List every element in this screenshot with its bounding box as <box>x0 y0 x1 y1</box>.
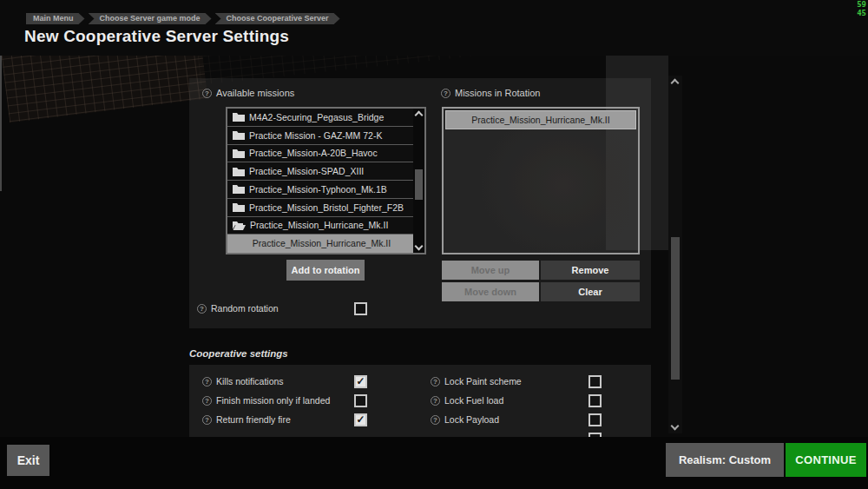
background-edge-highlight <box>0 48 2 191</box>
kills-notifications-checkbox[interactable] <box>354 375 367 388</box>
help-icon[interactable] <box>431 377 440 387</box>
continue-button[interactable]: CONTINUE <box>786 443 866 477</box>
folder-icon <box>233 130 245 140</box>
list-item-label: Practice_Mission-A-20B_Havoc <box>249 148 378 158</box>
list-item[interactable]: Practice_Mission-Typhoon_Mk.1B <box>227 181 424 199</box>
list-item[interactable]: Practice_Mission-SPAD_XIII <box>227 162 424 181</box>
help-icon[interactable] <box>202 396 212 406</box>
breadcrumb-choose-server-game-mode[interactable]: Choose Server game mode <box>89 13 212 24</box>
lock-payload-label: Lock Payload <box>444 414 499 425</box>
breadcrumb-choose-cooperative-server[interactable]: Choose Cooperative Server <box>215 13 340 24</box>
breadcrumb-main-menu[interactable]: Main Menu <box>26 13 85 24</box>
scroll-up-icon[interactable] <box>415 111 424 120</box>
add-to-rotation-button[interactable]: Add to rotation <box>286 260 365 281</box>
random-rotation-checkbox[interactable] <box>354 302 367 315</box>
lock-payload-row: Lock Payload <box>431 414 499 425</box>
list-item-label: M4A2-Securing_Pegasus_Bridge <box>249 112 384 122</box>
available-missions-label-text: Available missions <box>216 88 294 98</box>
performance-counter-line2: 45 <box>857 10 866 18</box>
help-icon[interactable] <box>202 89 212 98</box>
random-rotation-row: Random rotation <box>197 303 279 314</box>
missions-in-rotation-label: Missions in Rotation <box>441 88 540 98</box>
finish-mission-checkbox[interactable] <box>354 394 367 407</box>
list-item[interactable]: Practice_Mission-A-20B_Havoc <box>227 145 424 163</box>
missions-in-rotation-list: Practice_Mission_Hurricane_Mk.II <box>442 107 640 254</box>
finish-mission-row: Finish mission only if landed <box>202 395 330 406</box>
list-item[interactable]: Practice Mission - GAZ-MM 72-K <box>227 127 424 145</box>
lock-paint-scheme-row: Lock Paint scheme <box>431 376 522 387</box>
list-item-label: Practice Mission - GAZ-MM 72-K <box>249 130 382 141</box>
list-item-label: Practice_Mission-SPAD_XIII <box>249 166 364 176</box>
help-icon[interactable] <box>431 415 440 425</box>
list-item-label: Practice_Mission_Bristol_Fighter_F2B <box>249 202 404 213</box>
list-item-label: Practice_Mission-Typhoon_Mk.1B <box>249 184 387 195</box>
list-scrollbar-thumb[interactable] <box>415 169 423 200</box>
list-item-selected[interactable]: Practice_Mission_Hurricane_Mk.II <box>227 235 424 253</box>
breadcrumb: Main Menu Choose Server game mode Choose… <box>26 13 340 24</box>
scroll-down-icon[interactable] <box>415 242 424 251</box>
lock-payload-checkbox[interactable] <box>589 413 602 426</box>
folder-icon <box>233 167 245 176</box>
list-item-label: Practice_Mission_Hurricane_Mk.II <box>250 220 388 230</box>
finish-mission-label: Finish mission only if landed <box>216 395 330 406</box>
return-friendly-fire-label: Return friendly fire <box>216 414 291 425</box>
remove-button[interactable]: Remove <box>541 261 640 280</box>
random-rotation-label: Random rotation <box>211 303 279 314</box>
lock-fuel-load-label: Lock Fuel load <box>444 395 503 406</box>
page-title: New Cooperative Server Settings <box>24 27 289 46</box>
help-icon[interactable] <box>197 304 207 314</box>
lock-fuel-load-checkbox[interactable] <box>589 394 602 407</box>
folder-icon <box>233 184 245 194</box>
return-friendly-fire-row: Return friendly fire <box>202 414 291 425</box>
cooperative-settings-panel: Kills notifications Finish mission only … <box>189 365 651 437</box>
help-icon[interactable] <box>202 415 212 425</box>
folder-icon <box>233 112 245 122</box>
page-scrollbar[interactable] <box>668 76 682 433</box>
move-down-button[interactable]: Move down <box>442 282 539 301</box>
cooperative-settings-heading: Cooperative settings <box>189 348 288 359</box>
lock-paint-scheme-label: Lock Paint scheme <box>444 376 522 387</box>
kills-notifications-row: Kills notifications <box>202 376 284 387</box>
help-icon[interactable] <box>441 89 450 98</box>
kills-notifications-label: Kills notifications <box>216 376 284 387</box>
folder-icon <box>233 202 245 212</box>
exit-button[interactable]: Exit <box>7 445 49 476</box>
scroll-down-icon[interactable] <box>671 422 680 431</box>
performance-counter: 59 45 <box>857 1 866 17</box>
realism-custom-button[interactable]: Realism: Custom <box>666 443 784 477</box>
list-item[interactable]: Practice_Mission_Hurricane_Mk.II <box>227 217 424 235</box>
lock-paint-scheme-checkbox[interactable] <box>589 375 602 388</box>
page-scrollbar-thumb[interactable] <box>671 237 680 380</box>
open-folder-icon <box>233 221 246 230</box>
list-scrollbar[interactable] <box>413 109 424 253</box>
list-item[interactable]: Practice_Mission_Bristol_Fighter_F2B <box>227 199 424 217</box>
scroll-up-icon[interactable] <box>671 79 680 88</box>
available-missions-list: M4A2-Securing_Pegasus_Bridge Practice Mi… <box>226 107 426 254</box>
list-item-label: Practice_Mission_Hurricane_Mk.II <box>253 238 391 248</box>
missions-in-rotation-label-text: Missions in Rotation <box>455 88 540 98</box>
lock-fuel-load-row: Lock Fuel load <box>431 395 503 406</box>
available-missions-label: Available missions <box>202 88 294 98</box>
rotation-item-selected[interactable]: Practice_Mission_Hurricane_Mk.II <box>445 110 636 129</box>
return-friendly-fire-checkbox[interactable] <box>354 413 367 426</box>
move-up-button[interactable]: Move up <box>442 261 539 280</box>
help-icon[interactable] <box>202 377 212 387</box>
folder-icon <box>233 149 245 158</box>
list-item[interactable]: M4A2-Securing_Pegasus_Bridge <box>227 109 424 127</box>
mission-selection-panel: Available missions Missions in Rotation … <box>189 78 651 328</box>
clear-button[interactable]: Clear <box>541 282 640 301</box>
help-icon[interactable] <box>431 396 440 406</box>
screen: Main Menu Choose Server game mode Choose… <box>0 0 868 489</box>
